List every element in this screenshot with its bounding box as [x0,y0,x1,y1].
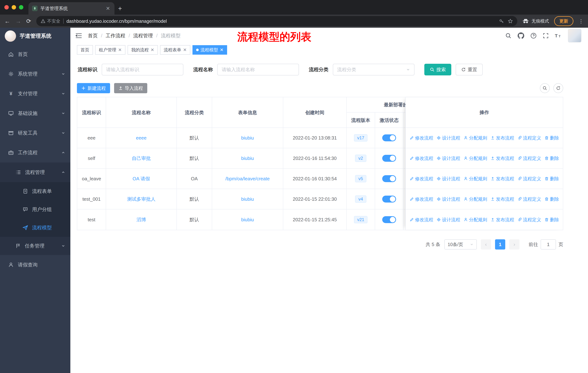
app-logo[interactable]: 芋道管理系统 [0,28,70,44]
form-info-link[interactable]: biubiu [241,217,254,222]
publish-process-link[interactable]: 发布流程 [491,196,514,202]
maximize-window-button[interactable] [19,5,23,10]
active-toggle[interactable] [382,175,396,182]
search-icon[interactable] [505,33,511,39]
help-icon[interactable] [530,33,537,39]
process-name-link[interactable]: 滔博 [136,217,146,223]
process-definition-link[interactable]: 流程定义 [517,217,541,223]
process-name-link[interactable]: 自己审批 [132,155,151,161]
tag-my-process[interactable]: 我的流程✕ [128,45,158,55]
import-process-button[interactable]: 导入流程 [114,83,147,93]
process-id-input[interactable] [102,64,183,75]
modify-process-link[interactable]: 修改流程 [410,135,433,141]
publish-process-link[interactable]: 发布流程 [491,155,514,161]
close-window-button[interactable] [4,5,9,10]
close-icon[interactable]: ✕ [118,47,122,52]
design-process-link[interactable]: 设计流程 [437,155,460,161]
tag-process-form[interactable]: 流程表单✕ [160,45,190,55]
breadcrumb-workflow[interactable]: 工作流程 [106,32,126,39]
tag-tenant[interactable]: 租户管理✕ [95,45,126,55]
form-info-link[interactable]: biubiu [241,156,254,161]
page-number-1[interactable]: 1 [495,239,505,250]
active-toggle[interactable] [382,216,396,223]
reload-icon[interactable]: ⟳ [26,18,31,24]
passwords-key-icon[interactable] [499,19,504,24]
process-name-link[interactable]: OA 请假 [133,176,150,182]
sidebar-item-devtools[interactable]: 研发工具 [0,123,70,143]
process-name-link[interactable]: 测试多审批人 [127,196,156,202]
design-process-link[interactable]: 设计流程 [437,176,460,182]
delete-link[interactable]: 删除 [545,155,559,161]
sidebar-item-task-management[interactable]: 任务管理 [0,237,70,255]
sidebar-item-process-management[interactable]: 流程管理 [0,162,70,182]
fullscreen-icon[interactable] [543,33,549,39]
minimize-window-button[interactable] [12,5,16,10]
delete-link[interactable]: 删除 [545,135,559,141]
assign-rule-link[interactable]: 分配规则 [463,135,487,141]
active-toggle[interactable] [382,134,396,141]
close-icon[interactable]: ✕ [183,47,187,52]
modify-process-link[interactable]: 修改流程 [410,155,433,161]
process-definition-link[interactable]: 流程定义 [517,135,541,141]
create-process-button[interactable]: 新建流程 [77,83,110,93]
sidebar-item-payment[interactable]: ¥ 支付管理 [0,84,70,103]
sidebar-item-user-group[interactable]: 用户分组 [0,200,70,219]
process-definition-link[interactable]: 流程定义 [517,196,541,202]
sidebar-item-process-model[interactable]: 流程模型 [0,219,70,237]
tab-close-icon[interactable]: ✕ [105,5,111,11]
back-icon[interactable]: ← [4,18,10,24]
address-bar[interactable]: 不安全 dashboard.yudao.iocoder.cn/bpm/manag… [36,16,517,26]
process-name-input[interactable] [217,64,299,75]
security-indicator[interactable]: 不安全 [41,18,60,24]
publish-process-link[interactable]: 发布流程 [491,217,514,223]
modify-process-link[interactable]: 修改流程 [410,217,433,223]
close-icon[interactable]: ✕ [220,47,223,52]
sidebar-item-leave-query[interactable]: 请假查询 [0,255,70,275]
sidebar-item-home[interactable]: 首页 [0,44,70,64]
process-name-link[interactable]: eeee [136,135,147,141]
close-icon[interactable]: ✕ [151,47,154,52]
browser-tab[interactable]: 芋道管理系统 ✕ [28,2,115,15]
design-process-link[interactable]: 设计流程 [437,196,460,202]
delete-link[interactable]: 删除 [545,176,559,182]
next-page-button[interactable]: › [509,239,519,250]
table-refresh-button[interactable] [553,83,563,93]
publish-process-link[interactable]: 发布流程 [491,176,514,182]
breadcrumb-home[interactable]: 首页 [88,32,98,39]
prev-page-button[interactable]: ‹ [481,239,491,250]
tag-home[interactable]: 首页 [77,45,93,55]
breadcrumb-process-management[interactable]: 流程管理 [133,32,153,39]
delete-link[interactable]: 删除 [545,196,559,202]
design-process-link[interactable]: 设计流程 [437,135,460,141]
modify-process-link[interactable]: 修改流程 [410,176,433,182]
bookmark-star-icon[interactable] [508,19,513,24]
sidebar-item-system[interactable]: 系统管理 [0,64,70,84]
process-definition-link[interactable]: 流程定义 [517,155,541,161]
page-size-select[interactable]: 10条/页 [444,239,477,250]
table-search-button[interactable] [540,83,550,93]
user-avatar[interactable] [568,29,581,42]
sidebar-item-process-form[interactable]: 流程表单 [0,182,70,200]
assign-rule-link[interactable]: 分配规则 [463,217,487,223]
browser-menu-icon[interactable]: ⋮ [578,18,584,24]
modify-process-link[interactable]: 修改流程 [410,196,433,202]
sidebar-item-workflow[interactable]: 工作流程 [0,143,70,162]
process-definition-link[interactable]: 流程定义 [517,176,541,182]
new-tab-button[interactable]: + [118,5,122,12]
collapse-menu-icon[interactable] [75,33,82,39]
form-info-link[interactable]: biubiu [241,135,254,141]
sidebar-item-infrastructure[interactable]: 基础设施 [0,103,70,123]
forward-icon[interactable]: → [15,18,21,24]
assign-rule-link[interactable]: 分配规则 [463,196,487,202]
assign-rule-link[interactable]: 分配规则 [463,155,487,161]
reset-button[interactable]: 重置 [456,64,483,75]
active-toggle[interactable] [382,155,396,162]
font-size-icon[interactable]: TT [555,33,562,39]
active-toggle[interactable] [382,196,396,202]
tag-process-model[interactable]: 流程模型✕ [192,45,227,55]
github-icon[interactable] [518,32,524,39]
form-info-link[interactable]: /bpm/oa/leave/create [225,176,270,181]
process-category-select[interactable]: 流程分类 [333,64,414,75]
search-button[interactable]: 搜索 [424,64,451,75]
goto-page-input[interactable] [541,239,556,250]
